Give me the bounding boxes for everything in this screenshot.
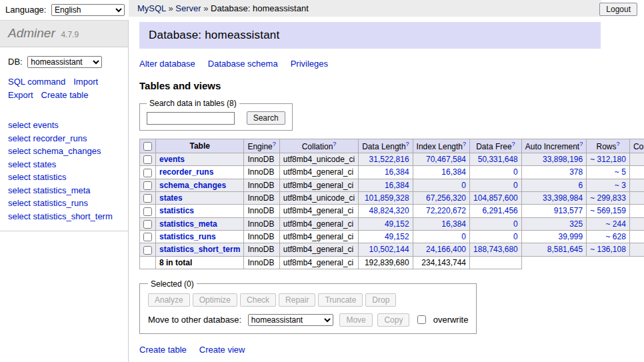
db-select[interactable]: homeassistant bbox=[27, 56, 102, 68]
index-length-link[interactable]: 72,220,672 bbox=[426, 206, 466, 215]
rows-link[interactable]: ~ 312,180 bbox=[590, 155, 626, 164]
table-name-link[interactable]: statistics_short_term bbox=[159, 245, 240, 254]
repair-button[interactable]: Repair bbox=[279, 293, 315, 307]
rows-link[interactable]: ~ 569,159 bbox=[590, 206, 626, 215]
data-length-link[interactable]: 49,152 bbox=[385, 219, 409, 229]
link-create-view[interactable]: Create view bbox=[199, 345, 245, 355]
sidebar-link-import[interactable]: Import bbox=[73, 75, 98, 89]
move-button[interactable]: Move bbox=[339, 313, 372, 327]
auto-increment-link[interactable]: 33,898,196 bbox=[543, 155, 583, 164]
data-free-link[interactable]: 0 bbox=[513, 181, 518, 190]
action-privileges[interactable]: Privileges bbox=[291, 59, 328, 69]
column-help-link[interactable]: ? bbox=[406, 141, 409, 147]
data-free-link[interactable]: 188,743,680 bbox=[473, 245, 518, 254]
sidebar-table-link[interactable]: select statistics bbox=[8, 171, 120, 184]
rows-link[interactable]: ~ 136,108 bbox=[590, 245, 626, 254]
row-checkbox[interactable] bbox=[143, 207, 152, 216]
data-length-link[interactable]: 16,384 bbox=[385, 167, 409, 177]
check-button[interactable]: Check bbox=[240, 293, 276, 307]
search-button[interactable]: Search bbox=[247, 111, 285, 125]
rows-link[interactable]: ~ 5 bbox=[615, 167, 626, 177]
row-checkbox[interactable] bbox=[143, 220, 152, 229]
select-all-checkbox[interactable] bbox=[143, 142, 152, 151]
column-help-link[interactable]: ? bbox=[463, 141, 466, 147]
table-name-link[interactable]: statistics_runs bbox=[159, 232, 216, 241]
rows-link[interactable]: ~ 299,833 bbox=[590, 193, 626, 203]
sidebar-table-link[interactable]: select schema_changes bbox=[8, 145, 120, 158]
data-length-link[interactable]: 31,522,816 bbox=[369, 155, 409, 164]
index-length-link[interactable]: 67,256,320 bbox=[426, 193, 466, 203]
optimize-button[interactable]: Optimize bbox=[193, 293, 237, 307]
sidebar-link-export[interactable]: Export bbox=[8, 89, 33, 102]
row-checkbox[interactable] bbox=[143, 169, 152, 177]
row-checkbox[interactable] bbox=[143, 233, 152, 241]
move-label: Move to other database: bbox=[148, 315, 241, 325]
language-select[interactable]: English bbox=[51, 4, 125, 16]
analyze-button[interactable]: Analyze bbox=[148, 293, 190, 307]
table-name-link[interactable]: statistics_meta bbox=[159, 219, 217, 229]
data-length-link[interactable]: 49,152 bbox=[385, 232, 409, 241]
index-length-link[interactable]: 0 bbox=[461, 232, 466, 241]
index-length-link[interactable]: 24,166,400 bbox=[426, 245, 466, 254]
truncate-button[interactable]: Truncate bbox=[318, 293, 363, 307]
auto-increment-link[interactable]: 8,581,645 bbox=[547, 245, 583, 254]
sidebar-table-link[interactable]: select statistics_meta bbox=[8, 184, 120, 197]
auto-increment-link[interactable]: 33,398,984 bbox=[543, 193, 583, 203]
column-help-link[interactable]: ? bbox=[333, 141, 336, 147]
table-name-link[interactable]: schema_changes bbox=[159, 181, 226, 190]
copy-button[interactable]: Copy bbox=[377, 313, 409, 327]
sidebar-link-sql-command[interactable]: SQL command bbox=[8, 75, 65, 89]
table-name-link[interactable]: events bbox=[159, 155, 185, 164]
data-free-link[interactable]: 0 bbox=[513, 232, 518, 241]
data-free-link[interactable]: 50,331,648 bbox=[478, 155, 518, 164]
data-free-link[interactable]: 6,291,456 bbox=[482, 206, 517, 215]
sidebar-table-link[interactable]: select statistics_runs bbox=[8, 197, 120, 210]
row-checkbox[interactable] bbox=[143, 181, 152, 190]
rows-link[interactable]: ~ 628 bbox=[606, 232, 626, 241]
auto-increment-link[interactable]: 6 bbox=[578, 181, 583, 190]
table-name-link[interactable]: statistics bbox=[159, 206, 194, 215]
index-length-link[interactable]: 16,384 bbox=[441, 219, 466, 229]
index-length-link[interactable]: 16,384 bbox=[441, 167, 466, 177]
index-length-link[interactable]: 0 bbox=[461, 181, 466, 190]
sidebar-table-link[interactable]: select states bbox=[8, 158, 120, 171]
column-help-link[interactable]: ? bbox=[273, 141, 276, 147]
column-help-link[interactable]: ? bbox=[617, 141, 620, 147]
overwrite-checkbox[interactable] bbox=[417, 315, 426, 324]
breadcrumb-link[interactable]: Server bbox=[175, 3, 201, 13]
column-help-link[interactable]: ? bbox=[579, 141, 583, 147]
action-database-schema[interactable]: Database schema bbox=[208, 59, 278, 69]
table-name-link[interactable]: recorder_runs bbox=[159, 167, 213, 177]
auto-increment-link[interactable]: 913,577 bbox=[554, 206, 583, 215]
rows-link[interactable]: ~ 244 bbox=[606, 219, 626, 229]
rows-link[interactable]: ~ 3 bbox=[615, 181, 626, 190]
column-help-link[interactable]: ? bbox=[512, 141, 515, 147]
sidebar-link-create-table[interactable]: Create table bbox=[41, 89, 89, 102]
drop-button[interactable]: Drop bbox=[365, 293, 396, 307]
move-database-select[interactable]: homeassistant bbox=[248, 314, 333, 326]
sidebar-table-link[interactable]: select statistics_short_term bbox=[8, 210, 120, 223]
logout-button[interactable]: Logout bbox=[599, 3, 637, 16]
row-checkbox[interactable] bbox=[143, 246, 152, 255]
row-checkbox[interactable] bbox=[143, 155, 152, 164]
breadcrumb-link[interactable]: MySQL bbox=[137, 3, 166, 13]
sidebar-table-link[interactable]: select recorder_runs bbox=[8, 132, 120, 145]
row-checkbox[interactable] bbox=[143, 194, 152, 203]
auto-increment-link[interactable]: 325 bbox=[569, 219, 583, 229]
sidebar-table-link[interactable]: select events bbox=[8, 119, 120, 132]
index-length-link[interactable]: 70,467,584 bbox=[426, 155, 466, 164]
data-free-link[interactable]: 0 bbox=[513, 167, 518, 177]
data-length-link[interactable]: 48,824,320 bbox=[369, 206, 409, 215]
data-length-link[interactable]: 101,859,328 bbox=[365, 193, 409, 203]
data-length-link[interactable]: 10,502,144 bbox=[369, 245, 409, 254]
auto-increment-link[interactable]: 378 bbox=[569, 167, 583, 177]
data-free-link[interactable]: 104,857,600 bbox=[473, 193, 518, 203]
auto-increment-link[interactable]: 39,999 bbox=[558, 232, 583, 241]
search-input[interactable] bbox=[147, 112, 235, 125]
link-create-table[interactable]: Create table bbox=[139, 345, 187, 355]
overwrite-label[interactable]: overwrite bbox=[433, 315, 469, 325]
table-name-link[interactable]: states bbox=[159, 193, 183, 203]
action-alter-database[interactable]: Alter database bbox=[139, 59, 195, 69]
data-length-link[interactable]: 16,384 bbox=[385, 181, 409, 190]
data-free-link[interactable]: 0 bbox=[513, 219, 518, 229]
